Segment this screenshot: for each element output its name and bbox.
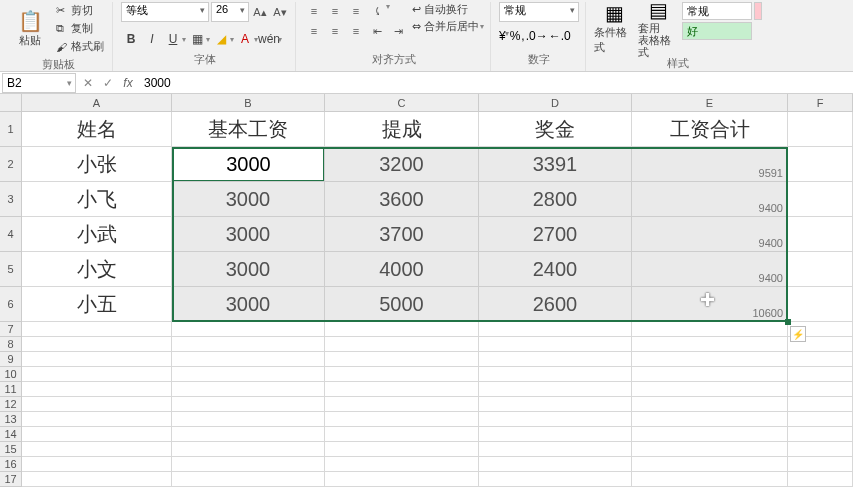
name-box[interactable]: B2 xyxy=(2,73,76,93)
cell[interactable] xyxy=(632,427,788,442)
cell[interactable] xyxy=(172,472,325,487)
align-center-button[interactable]: ≡ xyxy=(325,22,345,40)
inc-decimal-button[interactable]: .0→ xyxy=(526,29,548,43)
format-painter-button[interactable]: 🖌格式刷 xyxy=(54,38,106,55)
cell[interactable] xyxy=(22,472,172,487)
cell[interactable] xyxy=(172,322,325,337)
cell[interactable]: 3700 xyxy=(325,217,479,252)
cell[interactable] xyxy=(632,472,788,487)
cell[interactable] xyxy=(22,397,172,412)
style-good[interactable]: 好 xyxy=(682,22,752,40)
italic-button[interactable]: I xyxy=(142,29,162,49)
row-header[interactable]: 15 xyxy=(0,442,22,457)
cell[interactable] xyxy=(325,382,479,397)
cell[interactable] xyxy=(788,182,853,217)
row-header[interactable]: 6 xyxy=(0,287,22,322)
row-header[interactable]: 17 xyxy=(0,472,22,487)
cell[interactable] xyxy=(22,427,172,442)
cell[interactable]: 3200 xyxy=(325,147,479,182)
cell[interactable] xyxy=(788,287,853,322)
cell[interactable] xyxy=(479,427,632,442)
style-bad[interactable] xyxy=(754,2,762,20)
cell[interactable] xyxy=(788,412,853,427)
cell[interactable] xyxy=(22,337,172,352)
cell[interactable] xyxy=(788,457,853,472)
cell[interactable] xyxy=(479,457,632,472)
cell[interactable]: 3391 xyxy=(479,147,632,182)
formula-input[interactable]: 3000 xyxy=(138,76,853,90)
fill-color-button[interactable]: ◢ xyxy=(211,29,231,49)
merge-center-button[interactable]: ⇔合并后居中▾ xyxy=(412,19,484,34)
row-header[interactable]: 9 xyxy=(0,352,22,367)
cell[interactable]: 姓名 xyxy=(22,112,172,147)
cell[interactable]: 3600 xyxy=(325,182,479,217)
row-header[interactable]: 13 xyxy=(0,412,22,427)
row-header[interactable]: 7 xyxy=(0,322,22,337)
indent-dec-button[interactable]: ⇤ xyxy=(367,22,387,40)
font-size-select[interactable]: 26 xyxy=(211,2,249,22)
cell[interactable] xyxy=(788,352,853,367)
orientation-button[interactable]: ⤹ xyxy=(367,2,387,20)
wrap-text-button[interactable]: ↩自动换行 xyxy=(412,2,484,17)
cell[interactable] xyxy=(479,412,632,427)
cell[interactable] xyxy=(172,352,325,367)
cell[interactable] xyxy=(788,472,853,487)
underline-button[interactable]: U xyxy=(163,29,183,49)
cell[interactable] xyxy=(172,367,325,382)
style-normal[interactable]: 常规 xyxy=(682,2,752,20)
indent-inc-button[interactable]: ⇥ xyxy=(388,22,408,40)
cell[interactable] xyxy=(788,252,853,287)
cell[interactable]: 3000 xyxy=(172,287,325,322)
col-header-B[interactable]: B xyxy=(172,94,325,112)
cell[interactable] xyxy=(788,442,853,457)
cell[interactable] xyxy=(325,367,479,382)
cell[interactable] xyxy=(632,352,788,367)
cell[interactable] xyxy=(172,382,325,397)
cell[interactable] xyxy=(172,412,325,427)
font-name-select[interactable]: 等线 xyxy=(121,2,209,22)
cell[interactable] xyxy=(22,322,172,337)
font-color-button[interactable]: A xyxy=(235,29,255,49)
cell[interactable] xyxy=(22,352,172,367)
align-bottom-button[interactable]: ≡ xyxy=(346,2,366,20)
bold-button[interactable]: B xyxy=(121,29,141,49)
cell[interactable] xyxy=(479,397,632,412)
cell[interactable]: 3000 xyxy=(172,182,325,217)
row-header[interactable]: 5 xyxy=(0,252,22,287)
align-right-button[interactable]: ≡ xyxy=(346,22,366,40)
cell[interactable] xyxy=(325,472,479,487)
fx-button[interactable]: fx xyxy=(118,76,138,90)
cell[interactable] xyxy=(632,412,788,427)
cell[interactable]: 小飞 xyxy=(22,182,172,217)
cell[interactable] xyxy=(22,367,172,382)
cell[interactable] xyxy=(788,367,853,382)
row-header[interactable]: 12 xyxy=(0,397,22,412)
spreadsheet-grid[interactable]: A B C D E F 1 2 3 4 5 6 7 8 9 10 11 12 1… xyxy=(0,94,853,500)
row-header[interactable]: 3 xyxy=(0,182,22,217)
cell[interactable] xyxy=(479,472,632,487)
fill-handle[interactable] xyxy=(785,319,791,325)
cell[interactable] xyxy=(172,427,325,442)
cell[interactable]: 奖金 xyxy=(479,112,632,147)
cell[interactable]: 5000 xyxy=(325,287,479,322)
cell[interactable]: 10600 xyxy=(632,287,788,322)
col-header-E[interactable]: E xyxy=(632,94,788,112)
col-header-F[interactable]: F xyxy=(788,94,853,112)
cell[interactable]: 9591 xyxy=(632,147,788,182)
table-format-button[interactable]: ▤ 套用 表格格式 xyxy=(638,2,678,54)
cell[interactable] xyxy=(172,397,325,412)
cell[interactable] xyxy=(788,217,853,252)
cell[interactable] xyxy=(325,397,479,412)
grow-font-button[interactable]: A▴ xyxy=(251,3,269,21)
cell[interactable]: 9400 xyxy=(632,182,788,217)
cell[interactable] xyxy=(632,322,788,337)
cell[interactable]: 4000 xyxy=(325,252,479,287)
cell[interactable]: 9400 xyxy=(632,217,788,252)
cell[interactable] xyxy=(325,412,479,427)
cell[interactable] xyxy=(172,442,325,457)
cell[interactable] xyxy=(479,352,632,367)
row-header[interactable]: 11 xyxy=(0,382,22,397)
phonetic-button[interactable]: wén xyxy=(259,29,279,49)
cut-button[interactable]: ✂剪切 xyxy=(54,2,106,19)
cancel-button[interactable]: ✕ xyxy=(78,76,98,90)
